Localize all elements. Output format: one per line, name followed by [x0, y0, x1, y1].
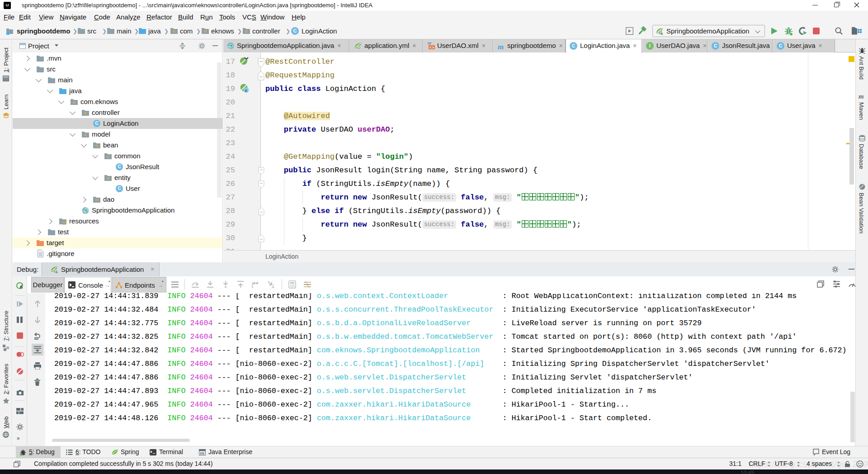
svg-text:<>: <>: [429, 46, 434, 50]
svg-text:EE: EE: [200, 451, 204, 455]
svg-text:c: c: [245, 88, 247, 93]
